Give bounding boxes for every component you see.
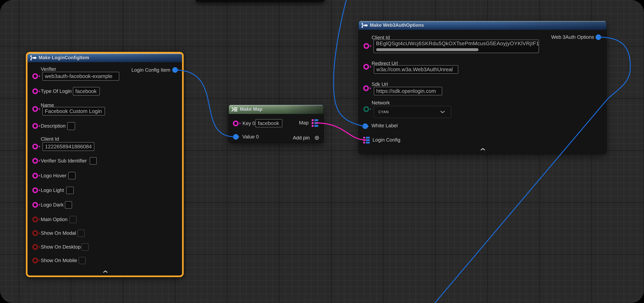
blueprint-graph-canvas[interactable]: Make LoginConfigItem Login Config Item V… <box>0 0 644 303</box>
pin-label-value-0: Value 0 <box>242 134 259 140</box>
wire-login-config-item-to-value-0[interactable] <box>175 70 235 137</box>
node-header[interactable]: Make Map <box>229 105 324 114</box>
pin-label-network: Network <box>372 100 390 106</box>
make-struct-icon <box>362 22 368 28</box>
pin-label-key-0: Key 0 <box>242 120 255 126</box>
key-0-input[interactable]: facebook <box>256 119 282 127</box>
network-dropdown[interactable]: CYAN <box>374 106 451 118</box>
node-header[interactable]: Make Web3AuthOptions <box>359 21 606 30</box>
node-make-web3auth-options[interactable]: Make Web3AuthOptions Web 3Auth Options C… <box>359 21 606 154</box>
selection-outline <box>26 52 184 277</box>
pin-web-3auth-options[interactable] <box>596 34 601 40</box>
pin-network[interactable] <box>363 106 369 112</box>
node-title: Make Map <box>240 106 262 112</box>
node-title: Make Web3AuthOptions <box>370 22 424 28</box>
client-id-text: BEglQSgt4cUWcj6SKRdu5QkOXTsePmMcusG5EAoy… <box>376 40 539 47</box>
offscreen-node-fragment[interactable] <box>196 0 325 2</box>
redirect-url-input[interactable]: w3a://com.w3a.Web3AuthUnreal <box>374 65 458 74</box>
pin-white-label[interactable] <box>362 124 368 129</box>
pin-value-0[interactable] <box>233 134 238 140</box>
map-pin[interactable] <box>312 119 318 127</box>
add-pin-label[interactable]: Add pin <box>293 135 310 141</box>
pin-key-0[interactable] <box>233 120 238 126</box>
collapse-chevron-icon[interactable] <box>480 148 485 150</box>
pin-redirect-url[interactable] <box>363 64 369 70</box>
sdk-url-input[interactable]: https://sdk.openlogin.com <box>374 87 442 95</box>
client-id-scrollbar[interactable] <box>376 48 478 51</box>
make-map-icon <box>232 107 238 112</box>
network-value: CYAN <box>378 110 389 114</box>
node-make-map[interactable]: Make Map Key 0 facebook Map Value 0 Add … <box>229 105 324 143</box>
pin-label-sdk-url: Sdk Url <box>372 82 388 87</box>
pin-label-login-config: Login Config <box>372 137 400 143</box>
map-pin[interactable] <box>363 137 370 144</box>
pin-label-map: Map <box>299 120 308 126</box>
pin-sdk-url[interactable] <box>363 85 369 91</box>
pin-client-id[interactable] <box>364 43 369 49</box>
dropdown-chevron-icon <box>440 111 445 113</box>
pin-label-web-3auth-options: Web 3Auth Options <box>551 34 594 40</box>
add-pin-icon[interactable] <box>315 136 319 140</box>
pin-label-white-label: White Label <box>372 123 398 128</box>
